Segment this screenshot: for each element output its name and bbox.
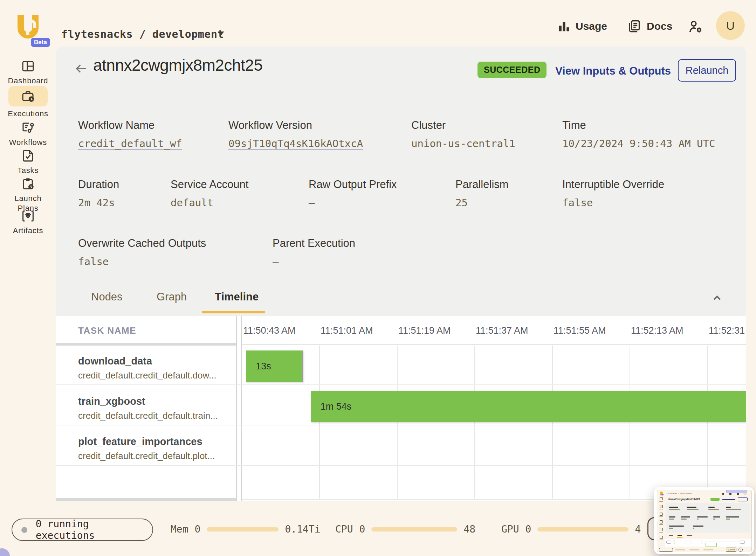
sidebar-item-artifacts[interactable]: Artifacts <box>0 209 56 236</box>
gpu-track <box>537 527 628 531</box>
task-name[interactable]: download_data <box>78 355 152 367</box>
view-inputs-outputs-link[interactable]: View Inputs & Outputs <box>555 65 671 77</box>
usage-button[interactable]: Usage <box>557 19 607 33</box>
mem-current: 0 <box>195 523 201 535</box>
metric-divider <box>484 520 484 540</box>
bar-duration-label: 13s <box>246 361 271 372</box>
meta-label: Time <box>562 119 586 132</box>
pip-preview-window[interactable]: flytesnacks / development atnnx2cwgmjx8m… <box>654 487 754 554</box>
tab-graph[interactable]: Graph <box>157 291 187 303</box>
duration-value: 2m 42s <box>78 197 115 209</box>
gpu-max: 4 <box>635 523 641 535</box>
pip-mini-link <box>722 499 735 500</box>
mem-label: Mem <box>171 523 188 535</box>
service-account-value: default <box>171 197 213 209</box>
meta-label: Overwrite Cached Outputs <box>78 237 206 250</box>
bar-duration-label: 1m 54s <box>311 401 352 412</box>
sidebar-item-launch-plans[interactable]: Launch Plans <box>0 176 56 213</box>
running-executions-button[interactable]: 0 running executions <box>12 519 153 541</box>
time-tick: 11:51:01 AM <box>321 325 373 336</box>
workflows-icon <box>21 120 35 135</box>
row-separator <box>56 425 746 425</box>
tab-nodes[interactable]: Nodes <box>91 291 123 303</box>
status-dot-icon <box>21 527 27 533</box>
beta-badge: Beta <box>31 38 50 47</box>
pip-screenshot: flytesnacks / development atnnx2cwgmjx8m… <box>657 490 752 552</box>
sidebar-item-label: Artifacts <box>13 226 43 236</box>
pip-mini-title: atnnx2cwgmjx8m2cht25 <box>668 498 700 501</box>
launch-plans-icon <box>20 176 36 191</box>
app-window: Beta flytesnacks / development Usage Doc… <box>0 0 756 556</box>
collapse-button[interactable] <box>710 292 724 304</box>
column-splitter[interactable] <box>241 316 242 501</box>
time-tick: 11:51:37 AM <box>476 325 528 336</box>
meta-label: Raw Output Prefix <box>309 178 397 191</box>
meta-label: Interruptible Override <box>562 178 664 191</box>
task-name[interactable]: train_xgboost <box>78 396 145 407</box>
meta-label: Parallelism <box>455 178 509 191</box>
docs-icon <box>626 18 642 34</box>
pip-mini-help-button: ? <box>738 548 743 552</box>
row-separator <box>56 384 746 385</box>
workflow-version-link[interactable]: 09sjT10qTq4sK16kAOtxcA <box>228 138 363 150</box>
pip-mini-toast <box>726 490 747 493</box>
cpu-label: CPU <box>335 523 353 535</box>
sidebar-item-label: Workflows <box>9 138 47 147</box>
relaunch-button[interactable]: Relaunch <box>678 59 736 82</box>
dashboard-icon <box>21 59 35 74</box>
mem-track <box>207 527 279 531</box>
gpu-label: GPU <box>501 523 519 535</box>
page-title: atnnx2cwgmjx8m2cht25 <box>93 56 262 75</box>
cpu-current: 0 <box>359 523 365 535</box>
meta-label: Parent Execution <box>273 237 355 250</box>
parent-execution-value: – <box>273 256 279 267</box>
chat-bubble-button[interactable] <box>0 548 10 556</box>
metric-divider <box>321 520 321 540</box>
pip-mini-sidebar <box>657 497 665 540</box>
memory-meter: Mem 0 0.14Ti <box>171 523 321 535</box>
sidebar-item-executions[interactable]: Executions <box>0 86 56 119</box>
user-settings-button[interactable] <box>687 19 704 35</box>
docs-label: Docs <box>647 20 672 32</box>
user-gear-icon <box>687 19 704 35</box>
sidebar-item-tasks[interactable]: Tasks <box>0 148 56 175</box>
gantt-bar-train-xgboost[interactable]: 1m 54s <box>311 391 746 422</box>
bar-chart-icon <box>557 19 571 33</box>
gantt-bar-download-data[interactable]: 13s <box>246 350 303 382</box>
tab-timeline[interactable]: Timeline <box>215 291 259 303</box>
back-button[interactable] <box>74 61 88 76</box>
pip-mini-pill <box>659 548 673 552</box>
cpu-track <box>371 527 457 531</box>
cluster-value: union-us-central1 <box>411 138 515 150</box>
sidebar-item-dashboard[interactable]: Dashboard <box>0 59 56 86</box>
pip-mini-tab-underline <box>677 537 682 538</box>
executions-icon <box>20 89 36 104</box>
breadcrumb-caret-icon[interactable] <box>218 32 224 35</box>
mem-max: 0.14Ti <box>285 523 320 535</box>
column-splitter[interactable] <box>236 316 237 501</box>
active-item-highlight <box>8 86 48 106</box>
pip-mini-icon <box>722 493 724 495</box>
status-badge: SUCCEEDED <box>477 62 547 78</box>
task-name-header: TASK NAME <box>78 325 136 336</box>
docs-button[interactable]: Docs <box>626 18 672 34</box>
meta-label: Cluster <box>411 119 446 132</box>
time-tick: 11:51:55 AM <box>554 325 606 336</box>
interruptible-override-value: false <box>562 197 593 209</box>
avatar[interactable]: U <box>716 11 745 40</box>
header-divider <box>56 343 236 346</box>
parallelism-value: 25 <box>455 197 468 209</box>
gpu-current: 0 <box>525 523 531 535</box>
task-path: credit_default.credit_default.train... <box>78 410 218 421</box>
breadcrumb[interactable]: flytesnacks / development <box>61 28 224 40</box>
timeline-table: TASK NAME 11:50:43 AM 11:51:01 AM 11:51:… <box>56 316 746 501</box>
running-executions-label: 0 running executions <box>36 518 152 541</box>
pip-mini-price-button: $ 29.99 <box>726 548 736 552</box>
workflow-name-link[interactable]: credit_default_wf <box>78 138 182 150</box>
pip-mini-relaunch <box>738 497 748 501</box>
gpu-meter: GPU 0 4 <box>501 523 641 535</box>
time-tick: 11:52:31 AM <box>709 325 746 336</box>
sidebar-item-workflows[interactable]: Workflows <box>0 120 56 147</box>
task-path: credit_default.credit_default.plot... <box>78 451 215 461</box>
task-name[interactable]: plot_feature_importances <box>78 436 202 447</box>
